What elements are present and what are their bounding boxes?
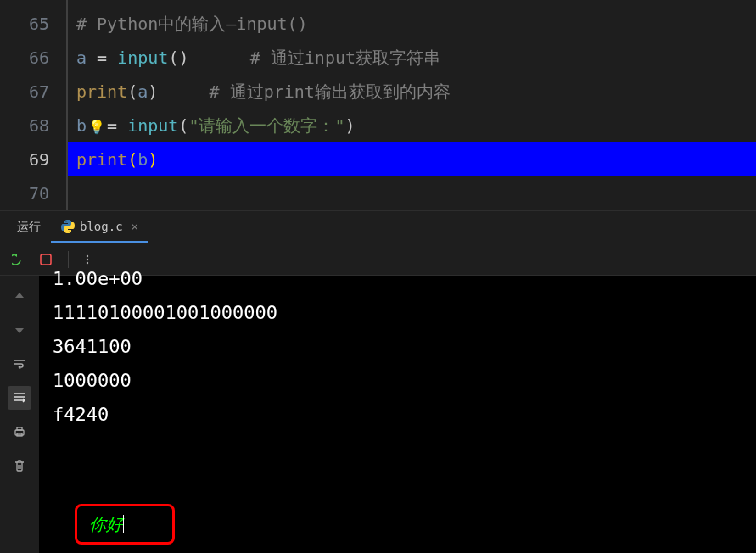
- python-icon: [61, 220, 75, 233]
- terminal-output[interactable]: 1.00e+00 11110100001001000000 3641100 10…: [39, 276, 756, 553]
- output-line: 1.00e+00: [53, 262, 742, 296]
- run-tab[interactable]: 运行: [7, 211, 51, 243]
- rerun-button[interactable]: [7, 248, 31, 271]
- bottom-panel: 运行 blog.c ×: [0, 210, 756, 553]
- line-number[interactable]: 70: [0, 176, 66, 210]
- code-line[interactable]: # Python中的输入—input(): [68, 7, 756, 41]
- code-line-active[interactable]: print(b): [68, 142, 756, 176]
- function-name: input: [117, 47, 168, 68]
- output-line: [53, 466, 742, 500]
- code-editor[interactable]: 65 66 67 68 69 70 # Python中的输入—input() a…: [0, 0, 756, 210]
- svg-rect-0: [41, 254, 51, 265]
- text-cursor: [123, 515, 124, 533]
- panel-tabs: 运行 blog.c ×: [0, 211, 756, 243]
- close-icon[interactable]: ×: [132, 220, 138, 233]
- code-line[interactable]: b💡= input("请输入一个数字："): [68, 109, 756, 142]
- paren: ): [148, 149, 158, 170]
- file-tab[interactable]: blog.c ×: [51, 211, 148, 243]
- paren: ): [148, 81, 158, 102]
- variable: a: [137, 81, 148, 102]
- paren: (: [127, 81, 137, 102]
- output-line: 3641100: [53, 330, 742, 364]
- line-number[interactable]: 67: [0, 75, 66, 109]
- file-tab-name: blog.c: [80, 220, 123, 233]
- print-button[interactable]: [8, 420, 31, 444]
- function-name: input: [127, 115, 178, 136]
- svg-point-2: [87, 258, 88, 260]
- output-line: 1000000: [53, 364, 742, 398]
- scroll-to-end-button[interactable]: [8, 386, 31, 410]
- line-number[interactable]: 68: [0, 109, 66, 142]
- line-number[interactable]: 69: [0, 142, 66, 176]
- code-line[interactable]: print(a) # 通过print输出获取到的内容: [68, 75, 756, 109]
- line-number[interactable]: 66: [0, 41, 66, 75]
- function-name: print: [76, 81, 127, 102]
- output-line: 11110100001001000000: [53, 296, 742, 330]
- variable: b: [137, 149, 148, 170]
- code-content[interactable]: # Python中的输入—input() a = input() # 通过inp…: [68, 0, 756, 210]
- output-line: f4240: [53, 398, 742, 432]
- soft-wrap-button[interactable]: [8, 352, 31, 376]
- line-number[interactable]: 65: [0, 7, 66, 41]
- code-line[interactable]: a = input() # 通过input获取字符串: [68, 41, 756, 75]
- scroll-down-button[interactable]: [8, 318, 31, 342]
- paren: (: [178, 115, 188, 136]
- terminal-input-highlight: 你好: [75, 504, 175, 545]
- comment: # Python中的输入—input(): [76, 14, 308, 34]
- paren: (: [127, 149, 137, 170]
- svg-point-1: [87, 254, 88, 256]
- svg-rect-5: [17, 427, 22, 430]
- paren: ): [345, 115, 356, 136]
- terminal-input-text[interactable]: 你好: [89, 513, 123, 536]
- output-line: [53, 432, 742, 466]
- run-sidebar: [0, 276, 39, 553]
- operator: =: [87, 47, 117, 68]
- scroll-up-button[interactable]: [8, 284, 31, 308]
- variable: b: [76, 115, 87, 136]
- comment: # 通过input获取字符串: [250, 47, 440, 68]
- run-panel: 1.00e+00 11110100001001000000 3641100 10…: [0, 276, 756, 553]
- code-line[interactable]: [68, 176, 756, 210]
- trash-button[interactable]: [8, 454, 31, 478]
- variable: a: [76, 47, 87, 68]
- operator: =: [107, 115, 127, 136]
- line-gutter: 65 66 67 68 69 70: [0, 0, 68, 210]
- paren: (): [168, 47, 188, 68]
- comment: # 通过print输出获取到的内容: [210, 81, 451, 102]
- function-name: print: [76, 149, 127, 170]
- lightbulb-icon[interactable]: 💡: [88, 110, 105, 144]
- string-literal: "请输入一个数字：": [188, 115, 344, 136]
